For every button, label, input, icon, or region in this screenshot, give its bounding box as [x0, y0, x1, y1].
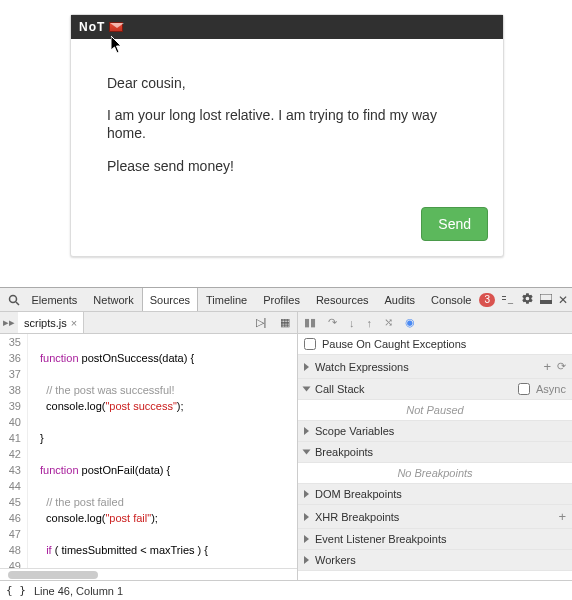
- gutter: 3536373839404142434445464748495051525354…: [0, 334, 28, 568]
- section-label: Scope Variables: [315, 425, 394, 437]
- section-label: Breakpoints: [315, 446, 373, 458]
- section-label: Event Listener Breakpoints: [315, 533, 446, 545]
- breakpoints-section[interactable]: Breakpoints: [298, 442, 572, 463]
- xhr-breakpoints-section[interactable]: XHR Breakpoints +: [298, 505, 572, 529]
- file-tab-label: scripts.js: [24, 317, 67, 329]
- pause-on-caught-row[interactable]: Pause On Caught Exceptions: [298, 334, 572, 355]
- async-checkbox[interactable]: [518, 383, 530, 395]
- debugger-toolbar: ▮▮ ↷ ↓ ↑ ⤭ ◉: [298, 312, 572, 334]
- debugger-pane: ▮▮ ↷ ↓ ↑ ⤭ ◉ Pause On Caught Exceptions …: [298, 312, 572, 580]
- tab-network[interactable]: Network: [85, 288, 141, 311]
- email-body: Dear cousin, I am your long lost relativ…: [71, 39, 503, 207]
- email-titlebar[interactable]: NoT: [71, 15, 503, 39]
- pause-caught-label: Pause On Caught Exceptions: [322, 338, 466, 350]
- code-editor[interactable]: 3536373839404142434445464748495051525354…: [0, 334, 297, 568]
- file-tabbar: ▸▸ scripts.js × ▷| ▦: [0, 312, 297, 334]
- no-breakpoints-label: No Breakpoints: [298, 463, 572, 484]
- email-line: Dear cousin,: [107, 74, 467, 92]
- tab-console[interactable]: Console: [423, 288, 479, 311]
- workers-section[interactable]: Workers: [298, 550, 572, 571]
- svg-point-0: [9, 295, 16, 302]
- svg-rect-3: [502, 299, 506, 300]
- svg-rect-2: [502, 296, 506, 297]
- chevron-right-icon: [304, 490, 309, 498]
- section-label: Call Stack: [315, 383, 365, 395]
- deactivate-bp-icon[interactable]: ⤭: [384, 316, 393, 329]
- add-icon[interactable]: +: [558, 509, 566, 524]
- chevron-right-icon: [304, 556, 309, 564]
- chevron-right-icon: [304, 363, 309, 371]
- tab-profiles[interactable]: Profiles: [255, 288, 308, 311]
- sources-pane: ▸▸ scripts.js × ▷| ▦ 3536373839404142434…: [0, 312, 298, 580]
- devtools-statusbar: { } Line 46, Column 1: [0, 580, 572, 600]
- email-actions: Send: [71, 207, 503, 256]
- add-icon[interactable]: +: [543, 359, 551, 374]
- search-icon[interactable]: [4, 294, 24, 306]
- section-label: Watch Expressions: [315, 361, 409, 373]
- app-title: NoT: [79, 20, 105, 34]
- error-badge[interactable]: 3: [479, 293, 495, 307]
- section-label: DOM Breakpoints: [315, 488, 402, 500]
- status-text: Line 46, Column 1: [34, 585, 123, 597]
- chevron-down-icon: [303, 450, 311, 455]
- step-over-icon[interactable]: ↷: [328, 316, 337, 329]
- event-breakpoints-section[interactable]: Event Listener Breakpoints: [298, 529, 572, 550]
- step-into-icon[interactable]: ↓: [349, 317, 355, 329]
- devtools-toolbar: Elements Network Sources Timeline Profil…: [0, 288, 572, 312]
- scope-section[interactable]: Scope Variables: [298, 421, 572, 442]
- section-label: Workers: [315, 554, 356, 566]
- svg-line-1: [16, 302, 19, 305]
- close-icon[interactable]: ✕: [558, 293, 568, 307]
- svg-text:_: _: [507, 294, 514, 304]
- refresh-icon[interactable]: ⟳: [557, 360, 566, 373]
- not-paused-label: Not Paused: [298, 400, 572, 421]
- pretty-print-icon[interactable]: { }: [6, 584, 26, 597]
- console-toggle-icon[interactable]: _: [501, 294, 515, 306]
- async-label: Async: [536, 383, 566, 395]
- sidebar-toggle-icon[interactable]: ▸▸: [0, 316, 18, 329]
- send-button[interactable]: Send: [421, 207, 488, 241]
- chevron-right-icon: [304, 427, 309, 435]
- tab-audits[interactable]: Audits: [377, 288, 424, 311]
- file-tab[interactable]: scripts.js ×: [18, 312, 84, 333]
- pause-exceptions-icon[interactable]: ◉: [405, 316, 415, 329]
- format-icon[interactable]: ▦: [273, 316, 297, 329]
- email-line: Please send money!: [107, 157, 467, 175]
- chevron-right-icon: [304, 513, 309, 521]
- devtools-tabs: Elements Network Sources Timeline Profil…: [24, 288, 480, 311]
- email-window: NoT Dear cousin, I am your long lost rel…: [70, 14, 504, 257]
- tab-elements[interactable]: Elements: [24, 288, 86, 311]
- tab-timeline[interactable]: Timeline: [198, 288, 255, 311]
- section-label: XHR Breakpoints: [315, 511, 399, 523]
- dom-breakpoints-section[interactable]: DOM Breakpoints: [298, 484, 572, 505]
- tab-sources[interactable]: Sources: [142, 288, 198, 311]
- step-out-icon[interactable]: ↑: [367, 317, 373, 329]
- pause-caught-checkbox[interactable]: [304, 338, 316, 350]
- devtools-panel: Elements Network Sources Timeline Profil…: [0, 287, 572, 600]
- chevron-right-icon: [304, 535, 309, 543]
- gear-icon[interactable]: [521, 292, 534, 307]
- mouse-cursor-icon: [111, 36, 123, 54]
- code[interactable]: function postOnSuccess(data) { // the po…: [28, 334, 297, 568]
- chevron-down-icon: [303, 387, 311, 392]
- svg-rect-6: [540, 300, 552, 304]
- dock-icon[interactable]: [540, 294, 552, 306]
- call-stack-section[interactable]: Call Stack Async: [298, 379, 572, 400]
- pause-icon[interactable]: ▮▮: [304, 316, 316, 329]
- horizontal-scrollbar[interactable]: [0, 568, 297, 580]
- close-icon[interactable]: ×: [71, 317, 77, 329]
- tab-resources[interactable]: Resources: [308, 288, 377, 311]
- watch-expressions-section[interactable]: Watch Expressions +⟳: [298, 355, 572, 379]
- run-snippet-icon[interactable]: ▷|: [249, 316, 273, 329]
- mail-icon: [109, 22, 123, 32]
- email-line: I am your long lost relative. I am tryin…: [107, 106, 467, 142]
